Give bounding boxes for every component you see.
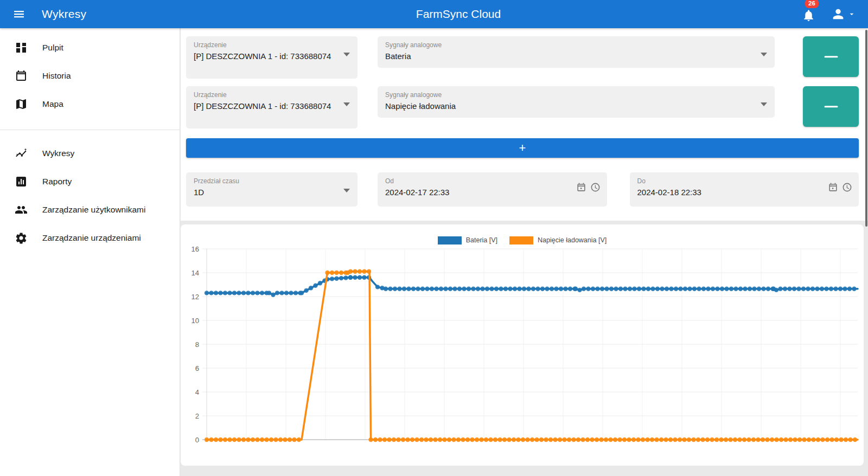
legend-swatch-blue: [438, 236, 462, 245]
svg-text:4: 4: [195, 388, 199, 396]
calendar-icon[interactable]: [576, 182, 586, 192]
menu-icon[interactable]: [8, 3, 30, 25]
clock-icon[interactable]: [842, 182, 852, 192]
series-row: Urządzenie [P] DESZCZOWNIA 1 - id: 73368…: [186, 86, 859, 128]
line-chart-icon: [15, 147, 28, 160]
device-select[interactable]: Urządzenie [P] DESZCZOWNIA 1 - id: 73368…: [186, 36, 358, 79]
notification-badge: 26: [805, 0, 819, 8]
sidebar-item-pulpit[interactable]: Pulpit: [0, 34, 180, 62]
bell-icon: [802, 9, 815, 22]
sidebar-item-wykresy[interactable]: Wykresy: [0, 139, 180, 168]
chart-legend: Bateria [V] Napięcie ładowania [V]: [181, 224, 864, 245]
dropdown-arrow-icon: [343, 53, 350, 56]
map-icon: [15, 98, 28, 111]
signal-select[interactable]: Sygnały analogowe Napięcie ładowania: [378, 86, 775, 118]
svg-text:8: 8: [195, 340, 199, 349]
clock-icon[interactable]: [590, 182, 601, 192]
sidebar-item-raporty[interactable]: Raporty: [0, 168, 180, 196]
sidebar-item-mapa[interactable]: Mapa: [0, 90, 180, 118]
chart-controls: Urządzenie [P] DESZCZOWNIA 1 - id: 73368…: [181, 28, 868, 221]
remove-series-button[interactable]: [803, 36, 859, 77]
dropdown-arrow-icon: [343, 189, 350, 192]
sidebar-item-historia[interactable]: Historia: [0, 62, 180, 90]
signal-select[interactable]: Sygnały analogowe Bateria: [378, 36, 775, 68]
chevron-down-icon: [847, 10, 856, 18]
sidebar-divider: [0, 130, 180, 130]
sidebar: Pulpit Historia Mapa Wykresy Raporty Zar…: [0, 28, 180, 476]
add-series-button[interactable]: +: [186, 138, 859, 158]
user-icon: [831, 7, 846, 22]
calendar-icon[interactable]: [828, 182, 838, 192]
app-name: FarmSync Cloud: [416, 8, 501, 21]
notifications-button[interactable]: 26: [800, 6, 816, 22]
svg-text:12: 12: [192, 293, 199, 301]
top-bar: Wykresy FarmSync Cloud 26: [0, 0, 868, 28]
svg-text:10: 10: [192, 317, 199, 325]
page-title: Wykresy: [42, 8, 86, 21]
time-range-row: Przedział czasu 1D Od 2024-02-17 22:33 D…: [186, 172, 859, 207]
chart-svg[interactable]: 0246810121416: [182, 245, 863, 459]
bar-chart-icon: [15, 175, 28, 188]
legend-item-napiecie[interactable]: Napięcie ładowania [V]: [509, 236, 607, 245]
section-gap: [181, 221, 868, 224]
sidebar-item-urzadzenia[interactable]: Zarządzanie urządzeniami: [0, 224, 180, 252]
user-menu-button[interactable]: [831, 7, 856, 22]
series-row: Urządzenie [P] DESZCZOWNIA 1 - id: 73368…: [186, 36, 859, 79]
svg-text:16: 16: [192, 245, 199, 253]
svg-text:6: 6: [195, 364, 199, 372]
users-icon: [15, 203, 28, 216]
dropdown-arrow-icon: [761, 102, 767, 106]
minus-icon: [824, 56, 838, 58]
legend-item-bateria[interactable]: Bateria [V]: [438, 236, 497, 245]
vertical-scrollbar[interactable]: [865, 30, 867, 227]
gear-icon: [15, 231, 28, 245]
svg-text:2: 2: [195, 412, 199, 420]
main-content: Urządzenie [P] DESZCZOWNIA 1 - id: 73368…: [181, 28, 868, 476]
chart-card: Bateria [V] Napięcie ładowania [V] 02468…: [181, 224, 864, 466]
date-to-field[interactable]: Do 2024-02-18 22:33: [630, 172, 859, 207]
sidebar-item-uzytkownicy[interactable]: Zarządzanie użytkownikami: [0, 196, 180, 224]
date-from-field[interactable]: Od 2024-02-17 22:33: [378, 172, 607, 207]
interval-select[interactable]: Przedział czasu 1D: [186, 172, 358, 207]
device-select[interactable]: Urządzenie [P] DESZCZOWNIA 1 - id: 73368…: [186, 86, 358, 128]
svg-text:0: 0: [195, 436, 199, 444]
dashboard-icon: [15, 41, 28, 54]
dropdown-arrow-icon: [761, 53, 767, 56]
dropdown-arrow-icon: [343, 102, 350, 106]
minus-icon: [824, 106, 838, 108]
svg-text:14: 14: [192, 269, 199, 277]
calendar-icon: [15, 69, 28, 82]
remove-series-button[interactable]: [803, 86, 859, 127]
legend-swatch-orange: [509, 236, 533, 245]
